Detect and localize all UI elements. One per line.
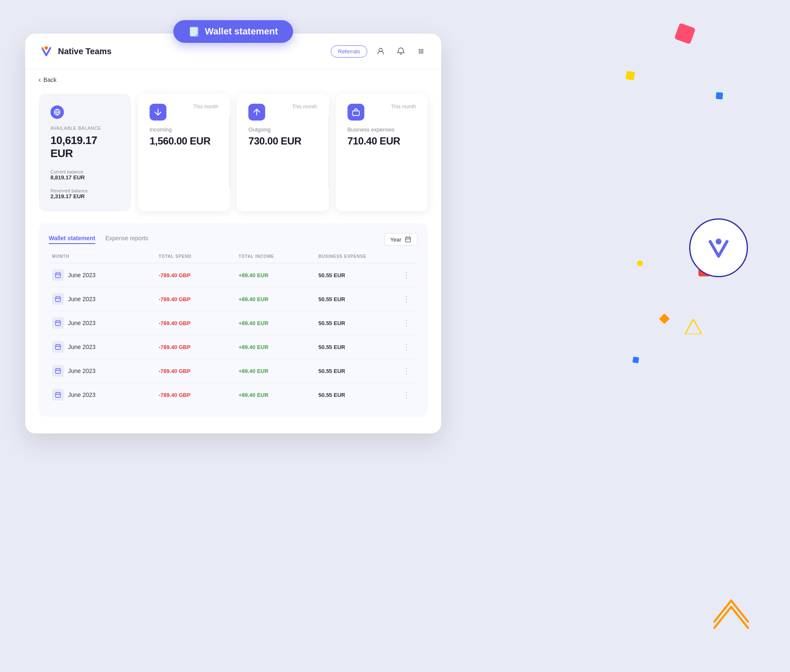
calendar-icon [52,365,64,377]
table-row: June 2023 -789.40 GBP +89.40 EUR 50.55 E… [49,311,418,335]
col-month: MONTH [52,254,159,259]
more-button[interactable]: ⋮ [398,342,414,352]
svg-point-5 [716,239,722,244]
deco-blue-2 [632,357,639,363]
spend-value: -789.40 GBP [159,320,239,326]
col-actions [398,254,414,259]
calendar-icon [52,269,64,281]
business-value: 50.55 EUR [319,272,398,278]
table-row: June 2023 -789.40 GBP +89.40 EUR 50.55 E… [49,287,418,311]
svg-rect-24 [55,369,61,373]
svg-rect-21 [55,297,61,302]
available-amount: 10,619.17 EUR [50,134,119,160]
svg-point-13 [422,51,424,52]
incoming-icon [150,104,166,121]
svg-rect-18 [353,111,359,116]
month-label: June 2023 [68,272,95,278]
notification-icon[interactable] [394,45,408,58]
logo-circle [689,218,748,277]
header-right: Referrals [331,45,428,58]
deco-yellow-2 [636,260,643,267]
outgoing-label: Outgoing [248,126,317,133]
month-cell: June 2023 [52,293,159,305]
cards-row: Available balance 10,619.17 EUR Current … [25,94,441,211]
calendar-icon [52,341,64,353]
incoming-period: This month [193,104,218,110]
col-business: BUSINESS EXPENSE [319,254,398,259]
month-label: June 2023 [68,391,95,398]
wallet-pill: 🗒️ Wallet statement [173,20,293,43]
more-button[interactable]: ⋮ [398,366,414,375]
current-balance-amount: 8,819.17 EUR [50,174,119,181]
col-income: TOTAL INCOME [239,254,319,259]
tab-expense-reports[interactable]: Expense reports [105,235,148,244]
svg-point-14 [419,52,420,54]
user-icon[interactable] [374,45,387,58]
business-value: 50.55 EUR [319,296,398,302]
incoming-amount: 1,560.00 EUR [150,135,218,147]
table-header: MONTH TOTAL SPEND TOTAL INCOME BUSINESS … [49,254,418,263]
referrals-button[interactable]: Referrals [331,45,367,58]
grid-icon[interactable] [414,45,428,58]
table-row: June 2023 -789.40 GBP +89.40 EUR 50.55 E… [49,359,418,383]
deco-orange-1 [659,313,669,324]
wallet-pill-icon: 🗒️ [188,26,200,37]
deco-arrows [710,596,752,630]
svg-point-9 [421,49,422,50]
incoming-label: Incoming [150,126,218,133]
month-label: June 2023 [68,344,95,350]
svg-rect-25 [55,393,61,397]
spend-value: -789.40 GBP [159,296,239,302]
table-row: June 2023 -789.40 GBP +89.40 EUR 50.55 E… [49,383,418,407]
calendar-icon [52,317,64,329]
more-button[interactable]: ⋮ [398,270,414,280]
month-label: June 2023 [68,296,95,302]
tabs: Wallet statement Expense reports [49,235,148,244]
business-amount: 710.40 EUR [348,135,416,147]
month-cell: June 2023 [52,389,159,401]
svg-rect-19 [406,237,411,242]
more-button[interactable]: ⋮ [398,390,414,399]
year-filter[interactable]: Year [384,233,418,246]
wallet-pill-label: Wallet statement [205,26,278,37]
spend-value: -789.40 GBP [159,344,239,350]
outgoing-period: This month [292,104,317,110]
calendar-icon [52,293,64,305]
outgoing-icon [248,104,265,121]
tabs-row: Wallet statement Expense reports Year [49,233,418,246]
business-period: This month [391,104,416,110]
svg-rect-22 [55,321,61,326]
spend-value: -789.40 GBP [159,392,239,398]
back-nav[interactable]: ‹ Back [25,69,441,90]
back-arrow-icon: ‹ [39,76,41,84]
month-cell: June 2023 [52,317,159,329]
balance-card: Available balance 10,619.17 EUR Current … [39,94,131,211]
income-value: +89.40 EUR [239,296,319,302]
month-label: June 2023 [68,368,95,374]
income-value: +89.40 EUR [239,344,319,350]
month-cell: June 2023 [52,269,159,281]
income-value: +89.40 EUR [239,368,319,374]
reserved-balance-amount: 2,319.17 EUR [50,193,119,200]
outgoing-card: This month Outgoing 730.00 EUR [237,94,329,211]
svg-point-8 [419,49,420,50]
income-value: +89.40 EUR [239,392,319,398]
table-section: Wallet statement Expense reports Year MO… [39,223,428,417]
business-value: 50.55 EUR [319,344,398,350]
svg-point-10 [422,49,424,50]
year-filter-label: Year [390,236,401,243]
globe-icon [50,105,64,119]
calendar-icon [52,389,64,401]
reserved-balance-label: Reserved balance [50,188,119,193]
more-button[interactable]: ⋮ [398,294,414,304]
spend-value: -789.40 GBP [159,368,239,374]
tab-wallet-statement[interactable]: Wallet statement [49,235,95,244]
business-card: This month Business expenses 710.40 EUR [336,94,428,211]
back-label: Back [43,76,56,83]
svg-rect-20 [55,273,61,278]
divider-2 [329,117,329,188]
more-button[interactable]: ⋮ [398,318,414,328]
svg-point-16 [422,52,424,54]
app-name: Native Teams [58,47,111,56]
svg-point-11 [419,51,420,52]
